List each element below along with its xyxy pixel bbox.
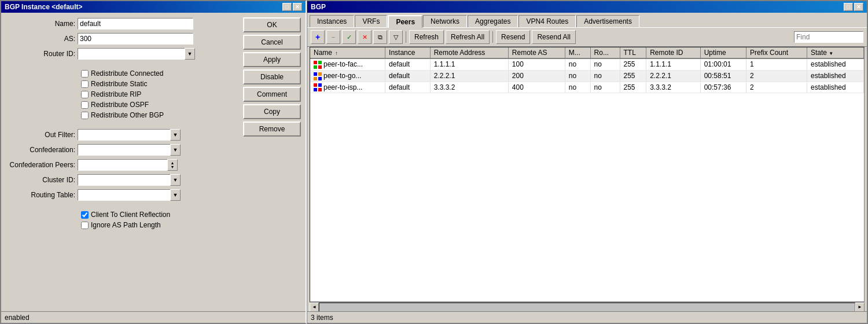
col-remote-id[interactable]: Remote ID xyxy=(646,47,700,58)
redistribute-ospf-label: Redistribute OSPF xyxy=(91,101,149,109)
confederation-peers-field: ▲▼ xyxy=(78,159,238,171)
cluster-id-label: Cluster ID: xyxy=(6,176,75,184)
tab-advertisements[interactable]: Advertisements xyxy=(576,15,639,27)
remove-button[interactable]: Remove xyxy=(243,122,301,137)
table-row[interactable]: peer-to-fac...default1.1.1.1100nono2551.… xyxy=(310,58,864,70)
peer-icon xyxy=(314,72,322,80)
copy-button[interactable]: Copy xyxy=(243,104,301,119)
peers-table: Name ↑ Instance Remote Address Remote AS… xyxy=(310,47,864,93)
buttons-area: OK Cancel Apply Disable Comment Copy Rem… xyxy=(243,17,301,307)
tab-aggregates[interactable]: Aggregates xyxy=(468,15,518,27)
apply-button[interactable]: Apply xyxy=(243,52,301,67)
cancel-button[interactable]: Cancel xyxy=(243,35,301,50)
tab-vrfs[interactable]: VRFs xyxy=(355,15,387,27)
routing-table-field: ▼ xyxy=(78,189,238,201)
as-input[interactable] xyxy=(78,33,193,45)
col-ro[interactable]: Ro... xyxy=(590,47,620,58)
scroll-track[interactable] xyxy=(319,303,855,312)
confederation-dropdown[interactable]: ▼ xyxy=(170,144,181,156)
name-input[interactable] xyxy=(78,18,193,30)
name-row: Name: xyxy=(6,17,238,30)
toolbar: + − ✓ ✕ ⧉ ▽ Refresh Refresh All Resend R… xyxy=(307,27,867,47)
add-button[interactable]: + xyxy=(311,30,325,44)
tab-vpn4-routes[interactable]: VPN4 Routes xyxy=(518,15,576,27)
left-status-bar: enabled xyxy=(1,311,306,323)
redistribute-static-checkbox[interactable] xyxy=(81,80,89,88)
routing-table-input[interactable] xyxy=(78,189,170,201)
col-uptime[interactable]: Uptime xyxy=(700,47,746,58)
scroll-right-button[interactable]: ► xyxy=(855,303,865,312)
out-filter-field: ▼ xyxy=(78,129,238,141)
col-ttl[interactable]: TTL xyxy=(620,47,646,58)
refresh-button[interactable]: Refresh xyxy=(409,30,444,44)
svg-rect-9 xyxy=(318,83,322,87)
cluster-id-row: Cluster ID: ▼ xyxy=(6,174,238,186)
col-remote-address[interactable]: Remote Address xyxy=(430,47,508,58)
router-id-dropdown[interactable]: ▼ xyxy=(185,48,195,60)
redistribute-ospf-checkbox[interactable] xyxy=(81,101,89,109)
svg-rect-10 xyxy=(314,88,317,91)
col-state[interactable]: State ▼ xyxy=(807,47,863,58)
refresh-all-button[interactable]: Refresh All xyxy=(446,30,490,44)
client-reflection-label: Client To Client Reflection xyxy=(91,211,170,219)
table-row[interactable]: peer-to-isp...default3.3.3.2400nono2553.… xyxy=(310,82,864,93)
left-title-bar: BGP Instance <default> □ ✕ xyxy=(1,1,306,13)
svg-rect-8 xyxy=(314,83,317,87)
comment-button[interactable]: Comment xyxy=(243,87,301,102)
redistribute-other-row: Redistribute Other BGP xyxy=(6,111,238,119)
routing-table-row: Routing Table: ▼ xyxy=(6,189,238,201)
confederation-peers-dropdown[interactable]: ▲▼ xyxy=(167,159,178,171)
check-button[interactable]: ✓ xyxy=(342,30,356,44)
col-instance[interactable]: Instance xyxy=(385,47,431,58)
confederation-label: Confederation: xyxy=(6,146,75,154)
cluster-id-input[interactable] xyxy=(78,174,170,186)
router-id-input[interactable] xyxy=(78,48,185,60)
find-input[interactable] xyxy=(794,31,863,43)
right-title-buttons: □ ✕ xyxy=(844,3,863,11)
tabs-bar: Instances VRFs Peers Networks Aggregates… xyxy=(307,13,867,27)
table-row[interactable]: peer-to-go...default2.2.2.1200nono2552.2… xyxy=(310,70,864,82)
as-label: AS: xyxy=(6,35,75,43)
resend-all-button[interactable]: Resend All xyxy=(532,30,575,44)
tab-peers[interactable]: Peers xyxy=(388,15,422,28)
resend-button[interactable]: Resend xyxy=(496,30,530,44)
svg-rect-11 xyxy=(318,88,322,91)
out-filter-input[interactable] xyxy=(78,129,170,141)
scroll-left-button[interactable]: ◄ xyxy=(310,303,319,312)
svg-rect-6 xyxy=(314,77,317,80)
out-filter-dropdown[interactable]: ▼ xyxy=(170,129,181,141)
col-remote-as[interactable]: Remote AS xyxy=(508,47,565,58)
right-close-button[interactable]: ✕ xyxy=(854,3,863,11)
redistribute-other-checkbox[interactable] xyxy=(81,112,89,119)
confederation-input[interactable] xyxy=(78,144,170,156)
remove-icon-button[interactable]: − xyxy=(326,30,340,44)
tab-instances[interactable]: Instances xyxy=(310,15,354,27)
svg-rect-3 xyxy=(318,65,322,69)
disable-button[interactable]: Disable xyxy=(243,69,301,84)
close-button[interactable]: ✕ xyxy=(293,3,302,11)
right-minimize-button[interactable]: □ xyxy=(844,3,853,11)
col-name[interactable]: Name ↑ xyxy=(310,47,385,58)
name-label: Name: xyxy=(6,20,75,28)
peer-icon xyxy=(314,83,322,91)
client-reflection-checkbox[interactable] xyxy=(81,211,89,219)
svg-rect-2 xyxy=(314,65,317,69)
confederation-peers-input[interactable] xyxy=(78,159,167,171)
router-id-field: ▼ xyxy=(78,48,238,60)
col-m[interactable]: M... xyxy=(565,47,590,58)
right-panel: BGP □ ✕ Instances VRFs Peers Networks Ag… xyxy=(307,0,868,324)
col-prefix-count[interactable]: Prefix Count xyxy=(746,47,807,58)
filter-button[interactable]: ▽ xyxy=(389,30,403,44)
copy-icon-button[interactable]: ⧉ xyxy=(373,30,387,44)
x-button[interactable]: ✕ xyxy=(358,30,372,44)
tab-networks[interactable]: Networks xyxy=(423,15,467,27)
left-title-buttons: □ ✕ xyxy=(282,3,302,11)
redistribute-rip-checkbox[interactable] xyxy=(81,91,89,98)
cluster-id-dropdown[interactable]: ▼ xyxy=(170,174,181,186)
minimize-button[interactable]: □ xyxy=(282,3,292,11)
cluster-id-field: ▼ xyxy=(78,174,238,186)
routing-table-dropdown[interactable]: ▼ xyxy=(170,189,181,201)
ok-button[interactable]: OK xyxy=(243,17,301,32)
redistribute-connected-checkbox[interactable] xyxy=(81,70,89,78)
ignore-as-checkbox[interactable] xyxy=(81,222,89,229)
